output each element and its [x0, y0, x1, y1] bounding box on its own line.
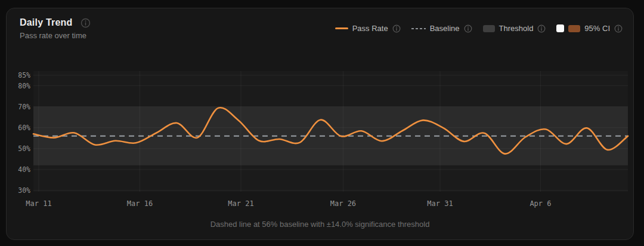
y-tick-label: 70% — [18, 103, 30, 111]
95-ci-swatch-white — [556, 24, 564, 32]
legend-item-95-ci[interactable]: 95% CI — [556, 24, 623, 33]
page-title: Daily Trend — [20, 17, 72, 28]
95-ci-swatch-brown — [568, 25, 580, 32]
chart-header: Daily Trend Pass rate over time — [20, 17, 91, 40]
y-tick-label: 50% — [18, 144, 30, 153]
threshold-swatch — [483, 25, 495, 32]
info-icon[interactable] — [614, 24, 623, 33]
info-icon[interactable] — [464, 24, 472, 33]
x-tick-label: Mar 31 — [427, 199, 453, 208]
x-tick-label: Mar 21 — [228, 199, 253, 208]
chart-subtitle: Pass rate over time — [20, 31, 91, 40]
daily-trend-card: 85%80%70%60%50%40%30%Mar 11Mar 16Mar 21M… — [6, 8, 634, 240]
daily-trend-chart[interactable]: 85%80%70%60%50%40%30%Mar 11Mar 16Mar 21M… — [7, 8, 634, 241]
info-icon[interactable] — [80, 18, 91, 28]
legend-item-pass-rate[interactable]: Pass Rate — [335, 24, 401, 33]
y-tick-label: 40% — [18, 165, 30, 174]
chart-caption: Dashed line at 56% baseline with ±14.0% … — [7, 220, 633, 229]
legend-label: Pass Rate — [352, 24, 388, 33]
info-icon[interactable] — [392, 24, 401, 33]
legend-label: 95% CI — [584, 24, 610, 33]
y-tick-label: 30% — [18, 186, 30, 195]
pass-rate-swatch — [335, 27, 348, 29]
legend-item-threshold[interactable]: Threshold — [483, 24, 546, 33]
x-tick-label: Mar 26 — [330, 199, 356, 208]
y-tick-label: 80% — [18, 82, 30, 90]
baseline-swatch — [411, 27, 426, 30]
legend-label: Threshold — [499, 24, 534, 33]
x-tick-label: Apr 6 — [530, 199, 551, 208]
x-tick-label: Mar 16 — [127, 199, 153, 208]
y-tick-label: 60% — [18, 124, 30, 132]
y-tick-label: 85% — [18, 71, 30, 79]
chart-legend: Pass RateBaselineThreshold95% CI — [335, 24, 623, 33]
x-tick-label: Mar 11 — [26, 199, 51, 208]
legend-item-baseline[interactable]: Baseline — [411, 24, 472, 33]
legend-label: Baseline — [430, 24, 460, 33]
info-icon[interactable] — [537, 24, 546, 33]
